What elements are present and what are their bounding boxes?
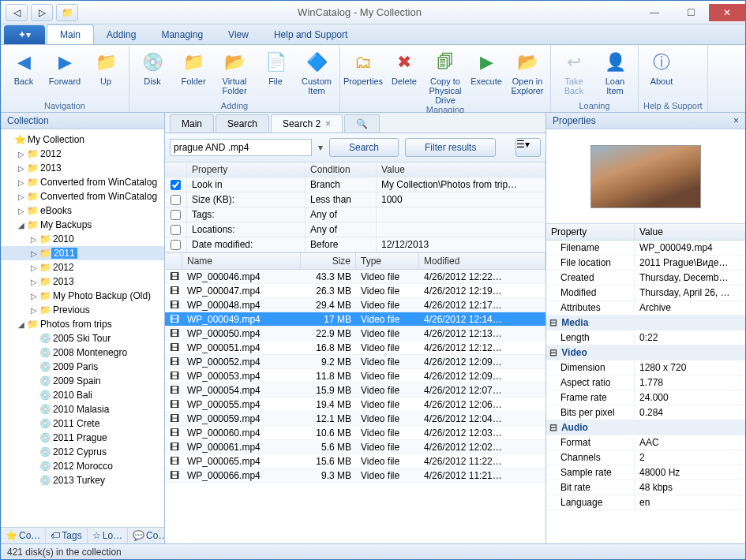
- col-header[interactable]: Type: [356, 253, 419, 269]
- prop-category[interactable]: ⊟ Video: [546, 345, 745, 360]
- about-button[interactable]: ⓘAbout: [643, 47, 680, 101]
- file-row[interactable]: 🎞WP_000061.mp45.6 MBVideo file4/26/2012 …: [165, 440, 545, 454]
- tree-node[interactable]: 💿2010 Bali: [1, 388, 164, 402]
- file-row[interactable]: 🎞WP_000060.mp410.6 MBVideo file4/26/2012…: [165, 426, 545, 440]
- qa-fwd-icon[interactable]: ▷: [31, 4, 53, 21]
- qa-back-icon[interactable]: ◁: [6, 4, 28, 21]
- filter-row[interactable]: Size (KB):Less than1000: [165, 192, 545, 207]
- tree-node[interactable]: 💿2013 Turkey: [1, 473, 164, 487]
- file-list[interactable]: NameSizeTypeModified🎞WP_000046.mp443.3 M…: [165, 253, 545, 543]
- tree-twisty-icon[interactable]: ▷: [29, 278, 39, 286]
- tree-node[interactable]: ▷📁2013: [1, 161, 164, 175]
- file-row[interactable]: 🎞WP_000050.mp422.9 MBVideo file4/26/2012…: [165, 327, 545, 341]
- tree-node[interactable]: 💿2009 Paris: [1, 360, 164, 374]
- file-row[interactable]: 🎞WP_000049.mp417 MBVideo file4/26/2012 1…: [165, 312, 545, 327]
- tree-node[interactable]: ◢📁Photos from trips: [1, 317, 164, 331]
- tree-twisty-icon[interactable]: ▷: [17, 178, 26, 187]
- tree-twisty-icon[interactable]: ▷: [17, 192, 26, 201]
- tree-node[interactable]: ▷📁eBooks: [1, 203, 164, 218]
- tree-twisty-icon[interactable]: ▷: [29, 235, 39, 244]
- tree-twisty-icon[interactable]: ▷: [17, 207, 26, 215]
- tree-node[interactable]: ▷📁2011: [1, 246, 164, 260]
- filter-checkbox[interactable]: [171, 240, 181, 250]
- view-mode-button[interactable]: ☰▾: [515, 138, 541, 157]
- tab-close-icon[interactable]: ×: [325, 118, 331, 129]
- prop-row[interactable]: File location2011 Prague\Виде…: [546, 256, 745, 271]
- tree-node[interactable]: 💿2010 Malasia: [1, 402, 164, 416]
- tree-twisty-icon[interactable]: ▷: [29, 263, 39, 272]
- file-row[interactable]: 🎞WP_000054.mp415.9 MBVideo file4/26/2012…: [165, 383, 545, 398]
- tree-node[interactable]: ▷📁2012: [1, 260, 164, 274]
- prop-row[interactable]: FilenameWP_000049.mp4: [546, 241, 745, 256]
- tree-twisty-icon[interactable]: ◢: [17, 221, 26, 230]
- col-header[interactable]: Size: [301, 253, 356, 269]
- tree-twisty-icon[interactable]: ▷: [17, 164, 26, 173]
- file-row[interactable]: 🎞WP_000053.mp411.8 MBVideo file4/26/2012…: [165, 369, 545, 383]
- tree-node[interactable]: ▷📁2012: [1, 147, 164, 161]
- prop-row[interactable]: ModifiedThursday, April 26, …: [546, 286, 745, 301]
- prop-category[interactable]: ⊟ Audio: [546, 420, 745, 435]
- file-row[interactable]: 🎞WP_000059.mp412.1 MBVideo file4/26/2012…: [165, 412, 545, 426]
- search-button[interactable]: Search: [329, 138, 399, 157]
- exec-button[interactable]: ▶Execute: [468, 47, 504, 105]
- prop-row[interactable]: Dimension1280 x 720: [546, 360, 745, 375]
- up-button[interactable]: 📁Up: [88, 47, 124, 101]
- prop-row[interactable]: Languageen: [546, 495, 745, 510]
- file-row[interactable]: 🎞WP_000047.mp426.3 MBVideo file4/26/2012…: [165, 284, 545, 298]
- prop-row[interactable]: Sample rate48000 Hz: [546, 465, 745, 480]
- file-row[interactable]: 🎞WP_000048.mp429.4 MBVideo file4/26/2012…: [165, 298, 545, 312]
- tree-node[interactable]: 💿2011 Prague: [1, 431, 164, 445]
- file-row[interactable]: 🎞WP_000051.mp416.8 MBVideo file4/26/2012…: [165, 341, 545, 355]
- filter-checkbox[interactable]: [171, 180, 181, 190]
- center-tab[interactable]: Search 2×: [271, 114, 343, 133]
- file-menu[interactable]: ✦▾: [4, 25, 45, 44]
- tree-twisty-icon[interactable]: ▷: [29, 249, 39, 258]
- prop-row[interactable]: Channels2: [546, 450, 745, 465]
- tree-node[interactable]: ▷📁Converted from WinCatalog: [1, 189, 164, 203]
- file-row[interactable]: 🎞WP_000055.mp419.4 MBVideo file4/26/2012…: [165, 398, 545, 412]
- file-row[interactable]: 🎞WP_000065.mp415.6 MBVideo file4/26/2012…: [165, 454, 545, 469]
- tree-node[interactable]: ▷📁Previous: [1, 303, 164, 317]
- search-dropdown-icon[interactable]: ▾: [318, 142, 323, 153]
- category-collapse-icon[interactable]: ⊟: [549, 317, 559, 328]
- col-header[interactable]: Name: [182, 253, 301, 269]
- tree-node[interactable]: ▷📁2010: [1, 232, 164, 246]
- prop-row[interactable]: Bit rate48 kbps: [546, 480, 745, 495]
- minimize-button[interactable]: —: [636, 4, 673, 21]
- tree-node[interactable]: ▷📁My Photo Backup (Old): [1, 289, 164, 303]
- collection-tab[interactable]: 🏷Tags: [46, 528, 87, 543]
- category-collapse-icon[interactable]: ⊟: [549, 422, 559, 433]
- copy-button[interactable]: 🗐Copy toPhysical Drive: [427, 47, 463, 105]
- filter-checkbox[interactable]: [171, 225, 181, 235]
- tree-node[interactable]: ◢📁My Backups: [1, 218, 164, 232]
- prop-row[interactable]: Frame rate24.000: [546, 390, 745, 405]
- search-input[interactable]: [170, 139, 312, 156]
- file-button[interactable]: 📄File: [257, 47, 294, 101]
- qa-folder-icon[interactable]: 📁: [56, 4, 78, 21]
- menu-tab-adding[interactable]: Adding: [94, 25, 148, 44]
- tree-node[interactable]: 💿2011 Crete: [1, 416, 164, 431]
- tree-node[interactable]: 💿2008 Montenegro: [1, 345, 164, 360]
- tree-node[interactable]: 💿2012 Cyprus: [1, 445, 164, 459]
- maximize-button[interactable]: ☐: [673, 4, 709, 21]
- tree-node[interactable]: ⭐My Collection: [1, 133, 164, 147]
- center-tab[interactable]: Main: [170, 114, 214, 133]
- collection-tab[interactable]: ⭐Co…: [1, 528, 46, 543]
- file-row[interactable]: 🎞WP_000066.mp49.3 MBVideo file4/26/2012 …: [165, 469, 545, 483]
- filter-button[interactable]: Filter results: [405, 138, 496, 157]
- tree-node[interactable]: ▷📁Converted from WinCatalog: [1, 175, 164, 189]
- open-button[interactable]: 📂Open inExplorer: [509, 47, 545, 105]
- close-button[interactable]: ✕: [709, 4, 745, 21]
- tree-node[interactable]: ▷📁2013: [1, 274, 164, 289]
- prop-row[interactable]: CreatedThursday, Decemb…: [546, 271, 745, 286]
- filter-checkbox[interactable]: [171, 210, 181, 220]
- folder-button[interactable]: 📁Folder: [175, 47, 212, 101]
- prop-row[interactable]: FormatAAC: [546, 435, 745, 450]
- tree-twisty-icon[interactable]: ▷: [29, 292, 39, 301]
- property-grid[interactable]: PropertyValueFilenameWP_000049.mp4File l…: [546, 224, 745, 543]
- loan-button[interactable]: 👤LoanItem: [597, 47, 633, 101]
- collection-tree[interactable]: ⭐My Collection▷📁2012▷📁2013▷📁Converted fr…: [1, 129, 164, 527]
- file-row[interactable]: 🎞WP_000046.mp443.3 MBVideo file4/26/2012…: [165, 270, 545, 284]
- filter-row[interactable]: Look inBranchMy Collection\Photos from t…: [165, 177, 545, 192]
- filter-row[interactable]: Locations:Any of: [165, 222, 545, 237]
